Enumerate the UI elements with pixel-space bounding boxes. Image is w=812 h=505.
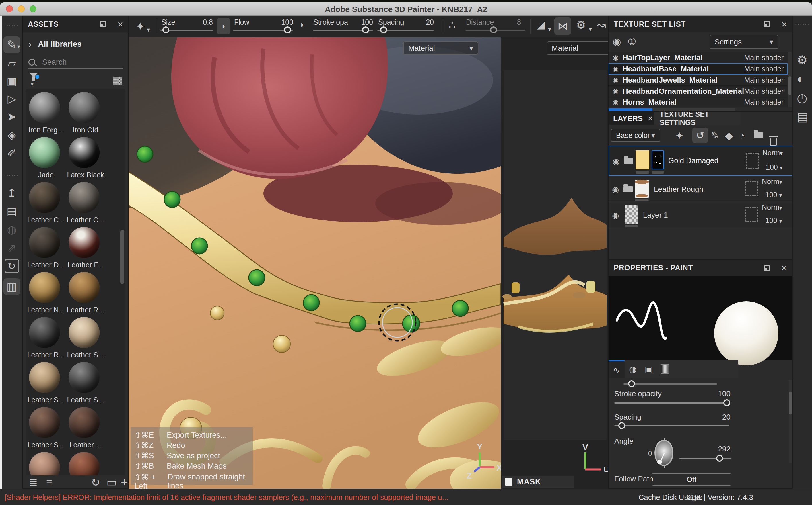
prop-angle-slider[interactable] (679, 458, 731, 459)
falloff-chevron-icon[interactable]: ▾ (548, 25, 551, 33)
undock-icon[interactable] (100, 21, 106, 27)
texture-set-row[interactable]: ◉ HeadbandJewells_Material Main shader (608, 74, 788, 86)
texture-set-shader[interactable]: Main shader (744, 87, 784, 96)
brush-size-slider-knob[interactable] (628, 380, 635, 387)
flow-slider[interactable] (233, 29, 293, 31)
asset-thumb[interactable] (29, 92, 60, 123)
blend-mode-dropdown[interactable]: Norm▾ (762, 177, 782, 186)
lazy-mouse-icon[interactable]: ↝ (597, 19, 606, 31)
texture-set-row[interactable]: ◉ HairTopLayer_Material Main shader (608, 52, 788, 63)
asset-thumb[interactable] (29, 137, 60, 168)
log-icon[interactable]: ▤ (797, 110, 808, 124)
layer-mask-thumb[interactable] (652, 151, 664, 169)
asset-thumb[interactable] (69, 227, 100, 258)
symmetry-settings-chevron-icon[interactable]: ▾ (589, 25, 592, 33)
eye-icon[interactable]: ◉ (612, 157, 619, 166)
brush-preset-button[interactable]: ◗ (217, 18, 230, 34)
angle-knob[interactable] (657, 460, 662, 464)
tab-brush-stroke[interactable]: ∿ (608, 360, 625, 378)
brush-size-slider[interactable] (623, 383, 717, 385)
add-asset-icon[interactable]: + (121, 476, 128, 489)
symmetry-settings-icon[interactable]: ⚙ (576, 19, 586, 31)
export-resources-button[interactable]: ↥ (3, 185, 20, 200)
brush-stamp-icon[interactable]: ✦ (135, 20, 145, 33)
asset-thumb[interactable] (69, 362, 100, 393)
eye-icon[interactable]: ◉ (612, 211, 619, 220)
layer-color-thumb[interactable] (635, 151, 649, 169)
delete-layer-icon[interactable] (770, 138, 777, 146)
flow-slider-knob[interactable] (284, 26, 291, 33)
close-icon[interactable]: × (117, 21, 123, 27)
tab-gradient[interactable] (657, 360, 673, 378)
all-libraries-row[interactable]: › All libraries (28, 38, 82, 50)
asset-thumb[interactable] (29, 407, 60, 438)
close-icon[interactable]: × (781, 265, 787, 271)
projection-tool-button[interactable]: ▣ (3, 74, 20, 89)
eye-icon[interactable]: ◉ (612, 53, 619, 61)
size-slider[interactable] (160, 29, 214, 31)
import-shelf-icon[interactable]: ≡ (46, 476, 52, 488)
texture-set-shader[interactable]: Main shader (744, 98, 784, 106)
tsl-vertical-scrollbar[interactable] (788, 52, 792, 108)
texture-set-shader[interactable]: Main shader (744, 65, 784, 73)
texture-set-shader[interactable]: Main shader (744, 76, 784, 84)
layer-effects-slot[interactable] (745, 207, 758, 222)
blend-mode-dropdown[interactable]: Norm▾ (762, 203, 782, 211)
scatter-icon[interactable]: ∴ (449, 19, 456, 31)
distance-slider-knob[interactable] (490, 26, 497, 33)
uv-shading-dropdown[interactable]: Material (547, 41, 608, 55)
asset-thumb[interactable] (69, 407, 100, 438)
assets-shelf-button[interactable]: ▥ (3, 278, 20, 295)
close-tab-icon[interactable]: × (648, 116, 653, 121)
close-icon[interactable]: × (781, 21, 787, 27)
stroke-opacity-slider[interactable] (313, 29, 373, 31)
settings-button[interactable]: Settings ▾ (710, 35, 779, 49)
stroke-opacity-value[interactable]: 100 (352, 18, 373, 26)
asset-thumb[interactable] (69, 317, 100, 348)
polygon-fill-tool-button[interactable]: ▷ (3, 92, 20, 106)
blend-mode-dropdown[interactable]: Norm▾ (763, 149, 783, 157)
eye-icon[interactable]: ◉ (612, 87, 619, 95)
properties-scrollbar[interactable] (789, 380, 792, 463)
new-folder-icon[interactable]: ▭ (106, 476, 117, 489)
undock-icon[interactable] (764, 265, 770, 271)
layer-row[interactable]: ◉ Layer 1 Norm▾ 100 ▾ (608, 203, 793, 227)
eye-settings-icon[interactable]: ◉ (612, 36, 621, 47)
prop-spacing-value[interactable]: 20 (708, 413, 730, 422)
layer-row[interactable]: ◉ Leather Rough Norm▾ 100 ▾ (608, 177, 793, 201)
brush-stamp-chevron-icon[interactable]: ▾ (147, 26, 150, 33)
resize-tool-button[interactable]: ⇗ (3, 240, 20, 256)
spacing-slider-knob[interactable] (380, 26, 387, 33)
history-icon[interactable]: ◷ (797, 91, 807, 105)
asset-thumb[interactable] (29, 272, 60, 303)
rail-drag-handle-2[interactable]: ∙∙∙∙∙∙ (4, 172, 19, 179)
grid-view-icon[interactable] (113, 76, 122, 85)
size-slider-knob[interactable] (162, 26, 169, 33)
rail-drag-handle[interactable]: ∙∙∙∙∙∙ (795, 21, 810, 27)
asset-grid-scrollbar[interactable] (120, 229, 124, 284)
viewport-shading-dropdown[interactable]: Material ▾ (403, 41, 478, 55)
viewport-3d[interactable]: Y X Z Material ▾ ⇧⌘EExport Textures... ⇧… (129, 37, 501, 489)
symmetry-button[interactable]: ⋈ (554, 17, 571, 35)
asset-thumb[interactable] (69, 182, 100, 213)
display-settings-icon[interactable]: ⚙ (797, 53, 808, 67)
prop-stroke-opacity-slider[interactable] (614, 402, 729, 403)
eye-icon[interactable]: ◉ (612, 185, 619, 194)
asset-thumb[interactable] (69, 137, 100, 168)
texture-set-row[interactable]: ◉ HeadbandOrnamentation_Material Main sh… (608, 86, 788, 97)
texture-set-row[interactable]: ◉ Horns_Material Main shader (608, 97, 788, 108)
texture-set-row-selected[interactable]: ◉ HeadbandBase_Material Main shader (608, 63, 788, 74)
falloff-curve-icon[interactable]: ◢ (537, 19, 545, 31)
layer-effects-slot[interactable] (746, 153, 759, 169)
effects-wand-icon[interactable]: ✦ (675, 130, 684, 142)
opacity-dropdown[interactable]: 100 ▾ (766, 163, 783, 171)
pending-tasks-button[interactable]: ◍ (3, 222, 20, 237)
opacity-dropdown[interactable]: 100 ▾ (765, 216, 782, 225)
eye-icon[interactable]: ◉ (612, 98, 619, 106)
clone-tool-button[interactable]: ◈ (3, 128, 20, 142)
add-smart-material-button[interactable]: ↺ (692, 128, 708, 143)
stroke-opacity-slider-knob[interactable] (362, 26, 369, 33)
viewport-2d[interactable]: V U Material MASK (501, 37, 608, 489)
prop-spacing-knob[interactable] (618, 422, 625, 429)
shader-settings-icon[interactable]: ◐ (797, 72, 804, 86)
